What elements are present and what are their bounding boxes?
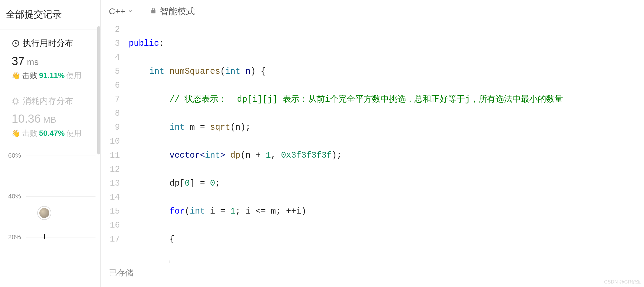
memory-beat-pct: 50.47%	[39, 129, 65, 138]
line-number: 10	[101, 135, 120, 149]
line-number: 17	[101, 233, 120, 246]
clap-icon: 👋	[12, 72, 20, 79]
lock-icon	[150, 6, 157, 16]
watermark: CSDN @GR鲸鱼	[604, 279, 641, 285]
chevron-down-icon	[127, 6, 134, 16]
code-line: for(int i = 1; i <= m; ++i)	[129, 205, 644, 219]
line-number: 16	[101, 219, 120, 233]
line-number: 8	[101, 107, 120, 121]
runtime-chart: 60% 40% 20%	[0, 149, 100, 236]
mode-indicator[interactable]: 智能模式	[150, 6, 195, 17]
line-gutter: 2 3 4 5 6 7 8 9 10 11 12 13 14 15 16 17	[101, 23, 129, 263]
line-number: 7	[101, 93, 120, 107]
svg-rect-1	[14, 99, 18, 103]
code-line: public:	[129, 37, 644, 51]
mode-label: 智能模式	[160, 6, 195, 17]
sidebar-title: 全部提交记录	[6, 8, 95, 21]
chart-x-marker	[44, 234, 45, 239]
status-text: 已存储	[109, 268, 133, 277]
memory-beat-suffix: 使用	[66, 128, 82, 138]
code-line: int numSquares(int n) {	[129, 65, 644, 79]
editor-pane: C++ 智能模式 2 3 4 5 6 7 8 9	[101, 0, 644, 287]
line-number: 11	[101, 149, 120, 163]
code-editor[interactable]: 2 3 4 5 6 7 8 9 10 11 12 13 14 15 16 17 …	[101, 23, 644, 263]
y-tick-20: 20%	[8, 233, 26, 241]
memory-value: 10.36 MB	[12, 112, 95, 125]
memory-label-text: 消耗内存分布	[23, 95, 73, 107]
y-tick-60: 60%	[8, 152, 26, 159]
language-selector[interactable]: C++	[109, 6, 134, 16]
line-number: 15	[101, 205, 120, 219]
code-line: for(int j = i * i; j <= n; ++j)	[129, 260, 644, 263]
editor-toolbar: C++ 智能模式	[101, 0, 644, 23]
chart-point[interactable]	[38, 207, 51, 219]
language-label: C++	[109, 6, 125, 16]
line-number: 2	[101, 23, 120, 37]
code-line: int m = sqrt(n);	[129, 121, 644, 135]
line-number: 12	[101, 163, 120, 177]
code-line: vector<int> dp(n + 1, 0x3f3f3f3f);	[129, 149, 644, 163]
sidebar: 全部提交记录 执行用时分布 37 ms 👋 击败 91.11% 使用	[0, 0, 101, 287]
runtime-label: 执行用时分布	[12, 38, 95, 49]
memory-beat-label: 击败	[22, 128, 37, 138]
line-number: 13	[101, 177, 120, 191]
line-number: 4	[101, 51, 120, 65]
line-number: 6	[101, 79, 120, 93]
y-tick-40: 40%	[8, 193, 26, 200]
runtime-beat-pct: 91.11%	[39, 71, 65, 80]
chip-icon	[12, 97, 20, 105]
memory-block: 消耗内存分布 10.36 MB 👋 击败 50.47% 使用	[0, 84, 100, 141]
code-line: dp[0] = 0;	[129, 177, 644, 191]
runtime-beat: 👋 击败 91.11% 使用	[12, 71, 95, 81]
sidebar-header: 全部提交记录	[0, 0, 100, 29]
line-number: 5	[101, 65, 120, 79]
memory-beat: 👋 击败 50.47% 使用	[12, 128, 95, 138]
line-number: 3	[101, 37, 120, 51]
sidebar-scrollbar-thumb[interactable]	[97, 26, 100, 154]
runtime-beat-label: 击败	[22, 71, 37, 81]
runtime-block: 执行用时分布 37 ms 👋 击败 91.11% 使用	[0, 29, 100, 84]
sidebar-scrollbar[interactable]	[97, 26, 100, 189]
code-line: {	[129, 233, 644, 246]
memory-label: 消耗内存分布	[12, 95, 95, 107]
runtime-number: 37	[12, 54, 25, 68]
line-number: 14	[101, 191, 120, 205]
memory-number: 10.36	[12, 112, 41, 125]
clock-icon	[12, 39, 20, 47]
memory-unit: MB	[43, 115, 56, 125]
line-number: 9	[101, 121, 120, 135]
code-lines[interactable]: public: int numSquares(int n) { // 状态表示：…	[129, 23, 644, 263]
runtime-value: 37 ms	[12, 54, 95, 68]
editor-status: 已存储	[101, 263, 644, 287]
code-line: // 状态表示： dp[i][j] 表示：从前i个完全平方数中挑选，总和正好等于…	[129, 93, 644, 107]
runtime-beat-suffix: 使用	[66, 71, 82, 81]
runtime-unit: ms	[27, 57, 39, 67]
clap-icon: 👋	[12, 130, 20, 137]
runtime-label-text: 执行用时分布	[23, 38, 73, 49]
